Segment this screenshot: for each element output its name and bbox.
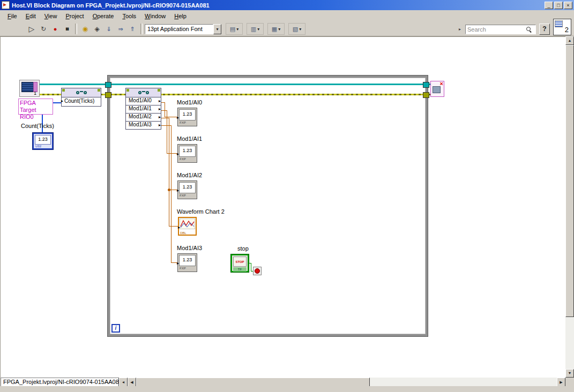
minimize-button[interactable]: _ (545, 2, 553, 9)
distribute-objects-button[interactable]: ▥ ▾ (247, 23, 264, 35)
open-fpga-label[interactable]: FPGA Target RIO0 (18, 99, 53, 115)
chart-indicator-label[interactable]: Waveform Chart 2 (177, 208, 225, 215)
chevron-down-icon: ▾ (299, 27, 301, 32)
terminal-arrow-icon: ▸ (177, 188, 179, 193)
resize-objects-button[interactable]: ▦ ▾ (267, 23, 285, 35)
horizontal-scrollbar-thumb[interactable] (136, 378, 370, 387)
terminal-arrow-icon: ▸ (159, 123, 161, 127)
align-objects-icon: ▤ (230, 26, 235, 33)
highlight-execution-icon[interactable]: ◉ (79, 23, 91, 35)
indicator-terminal-ai0[interactable]: ▸ 1.23 FXP (177, 108, 197, 126)
help-button[interactable]: ? (539, 24, 550, 35)
tab-scroll-left-icon[interactable]: ◂ (119, 378, 128, 387)
menu-operate[interactable]: Operate (88, 12, 118, 20)
count-rw-row-label: Count(Ticks) (64, 98, 94, 104)
loop-rw-row-ai0[interactable]: Mod1/AI0 ▸ (125, 97, 161, 105)
loop-tunnel-error-right[interactable] (423, 92, 429, 98)
loop-tunnel-ref-left[interactable] (105, 82, 111, 88)
scroll-up-icon[interactable]: ▲ (565, 36, 574, 45)
indicator-terminal-ai2[interactable]: ▸ 1.23 FXP (177, 180, 197, 199)
loop-rw-row-ai3[interactable]: Mod1/AI3 ▸ (125, 122, 161, 130)
terminal-arrow-icon: ▸ (177, 152, 179, 156)
search-input[interactable] (466, 26, 526, 33)
indicator-label[interactable]: Mod1/AI1 (177, 135, 202, 142)
fxp-wire-segment[interactable] (169, 190, 169, 227)
indicator-label[interactable]: Mod1/AI3 (177, 245, 202, 251)
font-selector[interactable]: 13pt Application Font (145, 24, 213, 34)
font-selector-value: 13pt Application Font (147, 26, 203, 32)
labview-window: Host.VI Block Diagram on FPGA_Projekt.lv… (0, 0, 574, 392)
loop-tunnel-error-left[interactable] (105, 92, 111, 98)
count-rw-node-row[interactable]: ▸ Count(Ticks) (61, 97, 101, 107)
align-objects-button[interactable]: ▤ ▾ (226, 23, 243, 35)
loop-condition-terminal[interactable] (253, 267, 262, 275)
count-control-label[interactable]: Count(Ticks) (21, 123, 54, 129)
loop-iteration-terminal[interactable]: i (111, 324, 120, 333)
indicator-value: 1.23 (179, 109, 196, 120)
chevron-down-icon: ▾ (257, 27, 259, 32)
stop-button-terminal[interactable]: STOP TF (231, 254, 249, 272)
open-fpga-label-line1: FPGA Target (20, 100, 51, 114)
reorder-objects-icon: ▧ (293, 26, 298, 33)
close-reference-icon: × (440, 81, 443, 87)
fxp-wire-segment[interactable] (171, 125, 172, 263)
count-control-type: U32 (35, 145, 51, 148)
search-icon[interactable] (526, 26, 532, 33)
pause-icon[interactable]: ▮▮ (61, 23, 73, 35)
menu-project[interactable]: Project (61, 12, 88, 20)
menu-help[interactable]: Help (170, 12, 191, 20)
indicator-label[interactable]: Mod1/AI0 (177, 99, 202, 105)
indicator-type: FXP (179, 193, 196, 198)
stop-button-label[interactable]: stop (237, 245, 249, 252)
toolbar-separator (140, 24, 143, 34)
fxp-wire-segment[interactable] (161, 125, 172, 126)
fxp-wire-segment[interactable] (167, 110, 167, 154)
menu-file[interactable]: File (3, 12, 21, 20)
font-selector-arrow-icon[interactable]: ▾ (213, 24, 221, 34)
menu-view[interactable]: View (40, 12, 62, 20)
maximize-button[interactable]: □ (554, 2, 563, 9)
loop-tunnel-ref-right[interactable] (423, 82, 429, 88)
menu-tools[interactable]: Tools (118, 12, 140, 20)
indicator-value: 1.23 (179, 182, 196, 193)
fxp-wire-segment[interactable] (161, 118, 169, 118)
retain-wire-values-icon[interactable]: ◈ (91, 23, 103, 35)
wire-junction-dot[interactable] (168, 189, 170, 191)
open-fpga-reference-node[interactable]: 1 (19, 80, 40, 97)
diagram-context-tab[interactable]: FPGA_Projekt.lvproj/NI-cRIO9074-015AA081 (1, 378, 119, 387)
fxp-wire-segment[interactable] (169, 118, 169, 190)
step-over-icon[interactable]: ⇒ (115, 23, 126, 35)
scroll-down-icon[interactable]: ▼ (565, 369, 574, 378)
reorder-objects-button[interactable]: ▧ ▾ (288, 23, 305, 35)
run-icon[interactable]: ▷ (26, 23, 38, 35)
vi-icon[interactable]: 2 (553, 19, 571, 35)
step-out-icon[interactable]: ⇑ (126, 23, 138, 35)
vi-icon-badge: 2 (565, 26, 569, 34)
fxp-wire-segment[interactable] (169, 226, 178, 227)
indicator-terminal-ai1[interactable]: ▸ 1.23 FXP (177, 144, 197, 163)
fxp-wire-segment[interactable] (165, 102, 165, 117)
count-rw-node-header[interactable] (61, 88, 101, 97)
close-button[interactable]: × (564, 2, 572, 9)
waveform-chart-terminal[interactable]: ▸ DBL (178, 217, 197, 236)
block-diagram-canvas[interactable]: 1 FPGA Target RIO0 ▸ Count(Ticks) Count(… (0, 36, 565, 378)
menu-window[interactable]: Window (140, 12, 170, 20)
title-bar[interactable]: Host.VI Block Diagram on FPGA_Projekt.lv… (0, 0, 574, 10)
bool-wire-segment[interactable] (251, 263, 251, 272)
vertical-scrollbar-thumb[interactable] (565, 45, 574, 317)
close-fpga-reference-node[interactable]: × (430, 81, 444, 97)
indicator-terminal-ai3[interactable]: ▸ 1.23 FXP (177, 253, 197, 272)
scroll-left-icon[interactable]: ◀ (128, 378, 136, 387)
count-control-terminal[interactable]: 1.23 U32 (33, 133, 53, 149)
chevron-down-icon: ▾ (236, 27, 238, 32)
indicator-label[interactable]: Mod1/AI2 (177, 172, 202, 178)
run-continuous-icon[interactable]: ↻ (38, 23, 49, 35)
loop-rw-row-ai1[interactable]: Mod1/AI1 ▸ (125, 105, 161, 114)
menu-edit[interactable]: Edit (21, 12, 40, 20)
abort-icon[interactable]: ● (49, 23, 61, 35)
loop-rw-row-ai2[interactable]: Mod1/AI2 ▸ (125, 114, 161, 122)
scroll-right-icon[interactable]: ▶ (557, 378, 565, 387)
toolbar-overflow-icon[interactable]: ▸ (459, 27, 461, 32)
step-into-icon[interactable]: ⇓ (103, 23, 115, 35)
loop-rw-node-header[interactable] (125, 88, 161, 97)
